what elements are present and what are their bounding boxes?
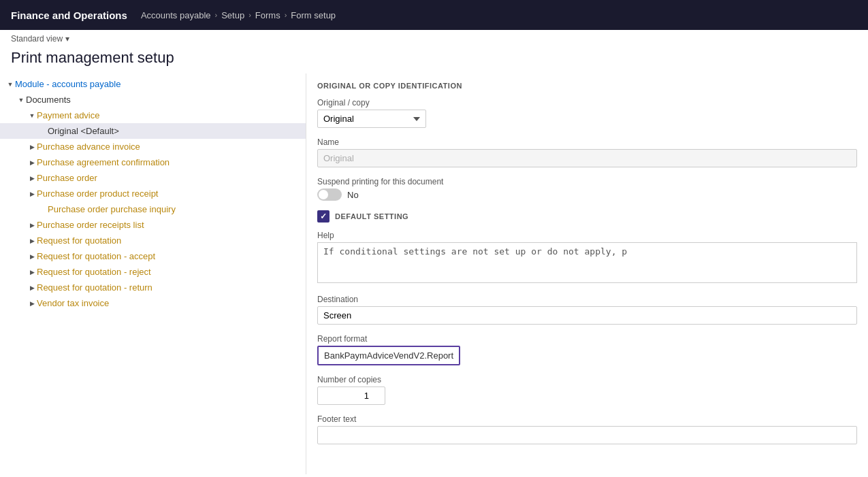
tree-arrow-documents: [16, 95, 26, 105]
tree-arrow-purchase-order-receipts-list: [27, 220, 37, 230]
chevron-down-icon: ▾: [65, 34, 69, 44]
tree-item-request-quotation-reject[interactable]: Request for quotation - reject: [0, 264, 306, 280]
app-brand: Finance and Operations: [11, 10, 127, 21]
help-group: Help If conditional settings are not set…: [317, 231, 857, 285]
footer-text-label: Footer text: [317, 414, 857, 424]
tree-arrow-payment-advice: [27, 111, 37, 120]
tree-arrow-request-quotation-reject: [27, 267, 37, 277]
number-of-copies-group: Number of copies: [317, 375, 857, 405]
original-copy-select[interactable]: Original Copy: [317, 110, 426, 128]
toggle-knob: [319, 190, 328, 199]
section-title-identification: ORIGINAL OR COPY IDENTIFICATION: [317, 82, 857, 90]
tree-label-vendor-tax: Vendor tax invoice: [37, 298, 109, 308]
tree-label-payment-advice: Payment advice: [37, 110, 100, 120]
name-group: Name: [317, 137, 857, 167]
breadcrumb-accounts-payable[interactable]: Accounts payable: [141, 10, 211, 20]
tree-arrow-purchase-advance: [27, 142, 37, 152]
original-copy-label: Original / copy: [317, 98, 857, 108]
number-of-copies-input[interactable]: [317, 386, 385, 405]
tree-label-purchase-order: Purchase order: [37, 173, 97, 183]
name-input[interactable]: [317, 149, 857, 167]
report-format-value[interactable]: BankPaymAdviceVendV2.Report: [317, 346, 460, 365]
standard-view-bar[interactable]: Standard view ▾: [0, 30, 868, 46]
breadcrumb-setup[interactable]: Setup: [221, 10, 244, 20]
number-of-copies-label: Number of copies: [317, 375, 857, 384]
tree-label-request-quotation: Request for quotation: [37, 235, 121, 246]
footer-text-input[interactable]: [317, 426, 857, 444]
main-layout: Module - accounts payableDocumentsPaymen…: [0, 73, 868, 474]
tree-label-purchase-agreement: Purchase agreement confirmation: [37, 157, 170, 167]
breadcrumb-form-setup[interactable]: Form setup: [291, 10, 336, 20]
tree-arrow-vendor-tax: [27, 299, 37, 308]
tree-item-vendor-tax[interactable]: Vendor tax invoice: [0, 295, 306, 311]
breadcrumb-sep-2: ›: [248, 11, 251, 19]
help-label: Help: [317, 231, 857, 240]
tree-item-purchase-advance[interactable]: Purchase advance invoice: [0, 139, 306, 154]
right-panel: ORIGINAL OR COPY IDENTIFICATION Original…: [306, 73, 868, 474]
breadcrumb-sep-3: ›: [285, 11, 287, 19]
suspend-printing-toggle[interactable]: [317, 188, 342, 201]
toggle-row: No: [317, 188, 857, 201]
tree-label-purchase-order-inquiry: Purchase order purchase inquiry: [48, 204, 176, 214]
tree-item-payment-advice[interactable]: Payment advice: [0, 108, 306, 123]
tree-item-purchase-order-receipts-list[interactable]: Purchase order receipts list: [0, 217, 306, 233]
tree-arrow-module: [5, 80, 15, 89]
tree-label-purchase-order-receipt: Purchase order product receipt: [37, 188, 158, 199]
tree-arrow-purchase-order: [27, 174, 37, 183]
tree-arrow-request-quotation-accept: [27, 252, 37, 261]
tree-panel: Module - accounts payableDocumentsPaymen…: [0, 73, 306, 474]
tree-label-documents: Documents: [26, 95, 71, 105]
report-format-label: Report format: [317, 334, 857, 344]
tree-arrow-request-quotation-return: [27, 283, 37, 293]
default-setting-row: DEFAULT SETTING: [317, 210, 857, 223]
toggle-value-label: No: [347, 190, 359, 200]
breadcrumb-forms[interactable]: Forms: [255, 10, 280, 20]
tree-item-request-quotation-return[interactable]: Request for quotation - return: [0, 280, 306, 295]
default-setting-label: DEFAULT SETTING: [335, 212, 408, 220]
tree-item-purchase-agreement[interactable]: Purchase agreement confirmation: [0, 154, 306, 170]
tree-item-original-default[interactable]: Original <Default>: [0, 123, 306, 139]
tree-arrow-purchase-order-receipt: [27, 189, 37, 199]
page-title: Print management setup: [0, 46, 868, 73]
destination-label: Destination: [317, 295, 857, 304]
tree-item-purchase-order-inquiry[interactable]: Purchase order purchase inquiry: [0, 201, 306, 217]
tree-item-purchase-order-receipt[interactable]: Purchase order product receipt: [0, 186, 306, 201]
name-label: Name: [317, 137, 857, 147]
breadcrumb-sep-1: ›: [215, 11, 218, 19]
original-copy-group: Original / copy Original Copy: [317, 98, 857, 128]
destination-group: Destination: [317, 295, 857, 325]
tree-arrow-request-quotation: [27, 236, 37, 246]
tree-item-module[interactable]: Module - accounts payable: [0, 76, 306, 92]
tree-item-request-quotation-accept[interactable]: Request for quotation - accept: [0, 248, 306, 264]
suspend-printing-label: Suspend printing for this document: [317, 177, 857, 186]
breadcrumb: Accounts payable › Setup › Forms › Form …: [141, 10, 336, 20]
default-setting-checkbox[interactable]: [317, 210, 329, 223]
tree-label-request-quotation-reject: Request for quotation - reject: [37, 267, 151, 277]
tree-label-purchase-order-receipts-list: Purchase order receipts list: [37, 220, 144, 230]
tree-item-request-quotation[interactable]: Request for quotation: [0, 233, 306, 248]
tree-label-purchase-advance: Purchase advance invoice: [37, 142, 140, 152]
destination-input[interactable]: [317, 306, 857, 325]
footer-text-group: Footer text: [317, 414, 857, 444]
suspend-printing-group: Suspend printing for this document No: [317, 177, 857, 201]
tree-item-documents[interactable]: Documents: [0, 92, 306, 108]
topbar: Finance and Operations Accounts payable …: [0, 0, 868, 30]
help-textarea[interactable]: If conditional settings are not set up o…: [317, 242, 857, 283]
tree-label-original-default: Original <Default>: [48, 126, 119, 136]
tree-label-request-quotation-return: Request for quotation - return: [37, 282, 152, 293]
tree-arrow-purchase-agreement: [27, 158, 37, 167]
tree-item-purchase-order[interactable]: Purchase order: [0, 170, 306, 186]
standard-view-label: Standard view: [11, 34, 63, 44]
tree-label-module: Module - accounts payable: [15, 79, 120, 89]
tree-label-request-quotation-accept: Request for quotation - accept: [37, 251, 155, 261]
report-format-group: Report format BankPaymAdviceVendV2.Repor…: [317, 334, 857, 365]
